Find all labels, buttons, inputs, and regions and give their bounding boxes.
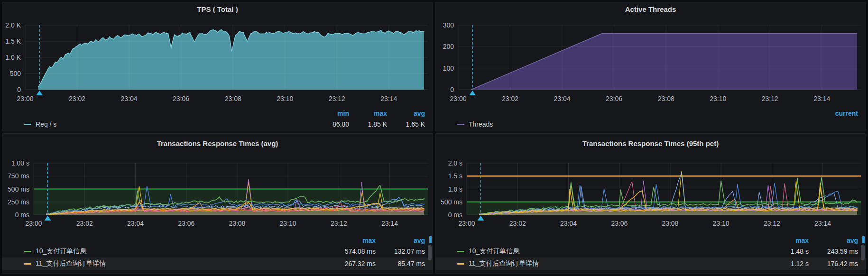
x-tick-label: 23:14 [814,220,831,227]
x-tick-label: 23:08 [229,220,245,227]
x-tick-label: 23:04 [121,95,138,102]
scrollbar-indicator[interactable] [429,236,432,243]
series-label[interactable]: Req / s [36,120,56,128]
series-label[interactable]: Threads [469,120,493,128]
x-tick-label: 23:14 [813,95,830,102]
legend-col-current[interactable]: current [820,110,858,117]
Req / s-area [38,29,424,90]
x-tick-label: 23:04 [554,95,571,102]
series-label[interactable]: 11_支付后查询订单详情 [36,259,106,268]
legend-row: 11_支付后查询订单详情1.12 s176.42 ms [435,258,866,270]
response-times-avg-chart[interactable]: 0 ms250 ms500 ms750 ms1.00 s23:0023:0223… [2,153,433,235]
x-tick-label: 23:14 [380,95,397,102]
legend-row: 11_支付后查询订单详情267.32 ms85.47 ms [2,258,433,270]
scrollbar-thumb[interactable] [428,245,432,260]
tps-chart[interactable]: 05001.0 K1.5 K2.0 K23:0023:0223:0423:062… [2,16,433,108]
x-tick-label: 23:10 [710,95,726,102]
x-tick-label: 23:06 [606,95,622,102]
series-color-marker [457,263,464,265]
legend: currentThreads [435,108,866,131]
legend-header: maxavg [435,235,866,245]
series-label[interactable]: 10_支付订单信息 [469,247,519,256]
panel-title[interactable]: Transactions Response Times (95th pct) [435,134,866,153]
legend-header: minmaxavg [2,108,433,118]
panel-response-times-95th: Transactions Response Times (95th pct) 0… [435,133,866,274]
annotation-marker [469,91,476,95]
legend-row: 10_支付订单信息1.48 s243.59 ms [435,245,866,258]
legend-scrollbar[interactable] [427,236,432,260]
x-tick-label: 23:00 [458,220,475,227]
stat-value: 1.85 K [349,120,387,128]
x-tick-label: 23:04 [560,220,577,227]
stat-value: 132.07 ms [376,248,425,255]
panel-title[interactable]: Transactions Response Times (avg) [2,134,433,153]
x-tick-label: 23:02 [76,220,93,227]
x-tick-label: 23:02 [502,95,518,102]
y-tick-label: 500 [10,70,21,77]
x-tick-label: 23:02 [69,95,85,102]
panel-response-times-avg: Transactions Response Times (avg) 0 ms25… [2,133,433,274]
stat-value: 243.59 ms [809,248,858,255]
y-tick-label: 1.0 K [5,54,21,61]
x-tick-label: 23:12 [329,95,345,102]
stat-value: 267.32 ms [326,260,376,267]
x-tick-label: 23:00 [25,220,42,227]
legend-col-max[interactable]: max [759,237,809,244]
Threads-area [471,33,857,90]
y-tick-label: 100 [443,64,454,72]
x-tick-label: 23:06 [173,95,189,102]
x-tick-label: 23:00 [450,95,466,102]
y-tick-label: 0 [17,86,21,93]
x-tick-label: 23:08 [658,95,674,102]
x-tick-label: 23:14 [381,220,398,227]
stat-value: 1.48 s [759,248,809,255]
stat-value: 574.08 ms [326,248,376,255]
response-times-95th-chart[interactable]: 0 ms500 ms1.0 s1.5 s2.0 s23:0023:0223:04… [435,153,866,235]
y-tick-label: 0 ms [15,211,29,219]
series-color-marker [457,124,464,125]
scrollbar-thumb[interactable] [861,245,865,260]
series-color-marker [457,251,464,252]
y-tick-label: 500 ms [441,198,462,206]
x-tick-label: 23:08 [225,95,241,102]
y-tick-label: 2.0 K [5,21,21,29]
series-color-marker [24,251,31,252]
series-label[interactable]: 11_支付后查询订单详情 [469,259,539,268]
y-tick-label: 1.5 s [448,172,462,180]
x-tick-label: 23:10 [277,95,293,102]
y-tick-label: 200 [443,43,454,50]
x-tick-label: 23:08 [662,220,678,227]
y-tick-label: 1.00 s [11,159,29,167]
annotation-marker [36,91,43,95]
x-tick-label: 23:06 [178,220,194,227]
x-tick-label: 23:12 [764,220,780,227]
x-tick-label: 23:00 [17,95,33,102]
scrollbar-indicator[interactable] [862,236,865,243]
legend-scrollbar[interactable] [860,236,865,260]
legend: maxavg10_支付订单信息574.08 ms132.07 ms11_支付后查… [2,235,433,274]
x-tick-label: 23:12 [762,95,778,102]
legend-col-avg[interactable]: avg [376,237,425,244]
legend-header: maxavg [2,235,433,245]
annotation-marker [478,216,484,221]
legend-col-min[interactable]: min [311,110,349,117]
legend-col-max[interactable]: max [349,110,387,117]
y-tick-label: 300 [443,21,454,29]
stat-value: 1.12 s [759,260,809,267]
active-threads-chart[interactable]: 010020030023:0023:0223:0423:0623:0823:10… [435,16,866,108]
panel-tps-total: TPS ( Total ) 05001.0 K1.5 K2.0 K23:0023… [2,2,433,131]
stat-value: 176.42 ms [809,260,858,267]
panel-title[interactable]: TPS ( Total ) [2,2,433,16]
y-tick-label: 250 ms [8,198,29,206]
series-label[interactable]: 10_支付订单信息 [36,247,86,256]
legend-header: current [435,108,866,118]
legend-col-avg[interactable]: avg [809,237,858,244]
legend-col-max[interactable]: max [326,237,376,244]
panel-title[interactable]: Active Threads [435,2,866,16]
series-color-marker [24,124,31,125]
legend: maxavg10_支付订单信息1.48 s243.59 ms11_支付后查询订单… [435,235,866,274]
grafana-dashboard: TPS ( Total ) 05001.0 K1.5 K2.0 K23:0023… [0,0,868,276]
x-tick-label: 23:04 [127,220,144,227]
stat-value: 85.47 ms [376,260,425,267]
legend-col-avg[interactable]: avg [387,110,425,117]
